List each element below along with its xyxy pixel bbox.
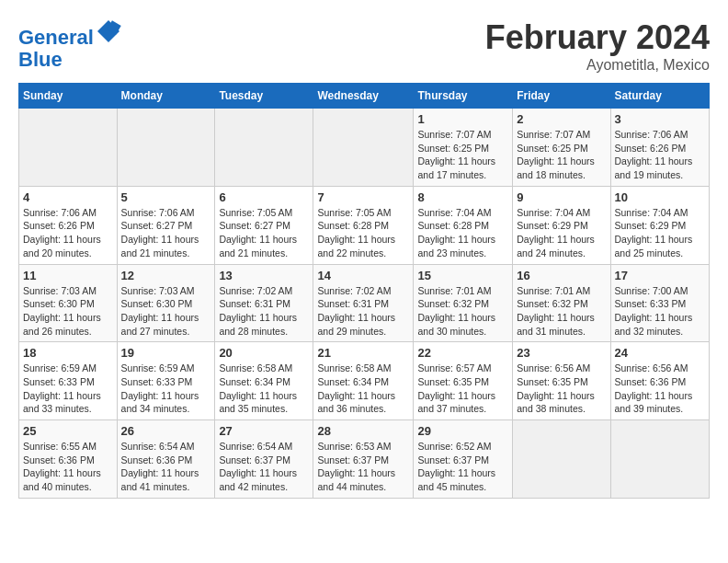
calendar-cell: 22Sunrise: 6:57 AMSunset: 6:35 PMDayligh… <box>414 342 513 420</box>
day-info: Sunrise: 6:57 AMSunset: 6:35 PMDaylight:… <box>417 362 508 416</box>
day-info: Sunrise: 7:00 AMSunset: 6:33 PMDaylight:… <box>615 284 705 339</box>
calendar-week-2: 4Sunrise: 7:06 AMSunset: 6:26 PMDaylight… <box>19 186 710 264</box>
day-number: 17 <box>615 269 705 282</box>
logo-icon <box>96 18 121 44</box>
calendar-cell: 21Sunrise: 6:58 AMSunset: 6:34 PMDayligh… <box>313 342 414 420</box>
day-info: Sunrise: 6:56 AMSunset: 6:36 PMDaylight:… <box>615 362 705 416</box>
calendar-cell: 13Sunrise: 7:02 AMSunset: 6:31 PMDayligh… <box>215 264 313 342</box>
calendar-cell: 3Sunrise: 7:06 AMSunset: 6:26 PMDaylight… <box>610 109 709 187</box>
calendar-cell: 27Sunrise: 6:54 AMSunset: 6:37 PMDayligh… <box>215 420 313 499</box>
calendar-cell <box>313 109 414 187</box>
day-info: Sunrise: 7:06 AMSunset: 6:27 PMDaylight:… <box>121 206 211 260</box>
day-info: Sunrise: 6:58 AMSunset: 6:34 PMDaylight:… <box>317 362 409 416</box>
weekday-header-thursday: Thursday <box>414 84 513 109</box>
calendar-cell: 16Sunrise: 7:01 AMSunset: 6:32 PMDayligh… <box>513 264 610 342</box>
calendar-cell: 23Sunrise: 6:56 AMSunset: 6:35 PMDayligh… <box>513 342 610 420</box>
calendar-cell: 25Sunrise: 6:55 AMSunset: 6:36 PMDayligh… <box>19 420 118 499</box>
calendar-cell: 1Sunrise: 7:07 AMSunset: 6:25 PMDaylight… <box>414 109 513 187</box>
calendar-cell: 10Sunrise: 7:04 AMSunset: 6:29 PMDayligh… <box>610 186 709 264</box>
calendar-cell: 6Sunrise: 7:05 AMSunset: 6:27 PMDaylight… <box>215 186 313 264</box>
day-info: Sunrise: 7:01 AMSunset: 6:32 PMDaylight:… <box>417 284 508 339</box>
day-info: Sunrise: 7:04 AMSunset: 6:28 PMDaylight:… <box>417 206 508 260</box>
day-info: Sunrise: 7:04 AMSunset: 6:29 PMDaylight:… <box>615 206 705 260</box>
calendar-cell: 18Sunrise: 6:59 AMSunset: 6:33 PMDayligh… <box>19 342 118 420</box>
day-number: 12 <box>121 269 211 282</box>
day-number: 27 <box>219 424 309 438</box>
day-number: 8 <box>417 190 508 204</box>
day-number: 14 <box>317 269 409 282</box>
day-number: 6 <box>219 190 309 204</box>
calendar-week-1: 1Sunrise: 7:07 AMSunset: 6:25 PMDaylight… <box>19 109 710 187</box>
logo: General Blue <box>18 18 121 71</box>
day-number: 16 <box>517 269 606 282</box>
weekday-header-monday: Monday <box>117 84 215 109</box>
logo-general: General <box>18 26 94 49</box>
day-number: 23 <box>517 346 606 360</box>
calendar-cell: 26Sunrise: 6:54 AMSunset: 6:36 PMDayligh… <box>117 420 215 499</box>
calendar-cell <box>215 109 313 187</box>
weekday-header-wednesday: Wednesday <box>313 84 414 109</box>
calendar-cell <box>117 109 215 187</box>
weekday-header-saturday: Saturday <box>610 84 709 109</box>
calendar-cell: 8Sunrise: 7:04 AMSunset: 6:28 PMDaylight… <box>414 186 513 264</box>
weekday-header-sunday: Sunday <box>19 84 118 109</box>
calendar-cell: 14Sunrise: 7:02 AMSunset: 6:31 PMDayligh… <box>313 264 414 342</box>
day-info: Sunrise: 7:03 AMSunset: 6:30 PMDaylight:… <box>121 284 211 339</box>
day-info: Sunrise: 7:03 AMSunset: 6:30 PMDaylight:… <box>23 284 113 339</box>
calendar-cell: 2Sunrise: 7:07 AMSunset: 6:25 PMDaylight… <box>513 109 610 187</box>
calendar-cell: 12Sunrise: 7:03 AMSunset: 6:30 PMDayligh… <box>117 264 215 342</box>
day-number: 10 <box>615 190 705 204</box>
calendar-week-4: 18Sunrise: 6:59 AMSunset: 6:33 PMDayligh… <box>19 342 710 420</box>
day-info: Sunrise: 6:58 AMSunset: 6:34 PMDaylight:… <box>219 362 309 416</box>
day-number: 21 <box>317 346 409 360</box>
day-number: 25 <box>23 424 113 438</box>
day-info: Sunrise: 6:54 AMSunset: 6:36 PMDaylight:… <box>121 440 211 494</box>
day-number: 24 <box>615 346 705 360</box>
calendar-cell: 4Sunrise: 7:06 AMSunset: 6:26 PMDaylight… <box>19 186 118 264</box>
day-number: 3 <box>615 112 705 126</box>
calendar-cell: 17Sunrise: 7:00 AMSunset: 6:33 PMDayligh… <box>610 264 709 342</box>
calendar-cell: 15Sunrise: 7:01 AMSunset: 6:32 PMDayligh… <box>414 264 513 342</box>
day-info: Sunrise: 7:02 AMSunset: 6:31 PMDaylight:… <box>317 284 409 339</box>
day-number: 2 <box>517 112 606 126</box>
day-number: 5 <box>121 190 211 204</box>
day-info: Sunrise: 6:59 AMSunset: 6:33 PMDaylight:… <box>121 362 211 416</box>
day-info: Sunrise: 7:07 AMSunset: 6:25 PMDaylight:… <box>517 128 606 182</box>
day-number: 19 <box>121 346 211 360</box>
day-number: 15 <box>417 269 508 282</box>
weekday-row: SundayMondayTuesdayWednesdayThursdayFrid… <box>19 84 710 109</box>
day-number: 18 <box>23 346 113 360</box>
logo-text: General Blue <box>18 18 121 71</box>
weekday-header-tuesday: Tuesday <box>215 84 313 109</box>
title-section: February 2024 Ayometitla, Mexico <box>485 18 710 74</box>
calendar-cell: 9Sunrise: 7:04 AMSunset: 6:29 PMDaylight… <box>513 186 610 264</box>
calendar-week-5: 25Sunrise: 6:55 AMSunset: 6:36 PMDayligh… <box>19 420 710 499</box>
day-info: Sunrise: 6:55 AMSunset: 6:36 PMDaylight:… <box>23 440 113 494</box>
calendar-header: SundayMondayTuesdayWednesdayThursdayFrid… <box>19 84 710 109</box>
calendar-body: 1Sunrise: 7:07 AMSunset: 6:25 PMDaylight… <box>19 109 710 499</box>
day-number: 28 <box>317 424 409 438</box>
day-number: 4 <box>23 190 113 204</box>
calendar-cell: 24Sunrise: 6:56 AMSunset: 6:36 PMDayligh… <box>610 342 709 420</box>
calendar-cell: 28Sunrise: 6:53 AMSunset: 6:37 PMDayligh… <box>313 420 414 499</box>
day-info: Sunrise: 6:52 AMSunset: 6:37 PMDaylight:… <box>417 440 508 494</box>
day-number: 11 <box>23 269 113 282</box>
calendar-cell: 11Sunrise: 7:03 AMSunset: 6:30 PMDayligh… <box>19 264 118 342</box>
day-info: Sunrise: 7:07 AMSunset: 6:25 PMDaylight:… <box>417 128 508 182</box>
month-title: February 2024 <box>485 18 710 57</box>
logo-blue: Blue <box>18 48 63 71</box>
calendar-cell: 29Sunrise: 6:52 AMSunset: 6:37 PMDayligh… <box>414 420 513 499</box>
calendar-cell <box>610 420 709 499</box>
calendar-cell: 5Sunrise: 7:06 AMSunset: 6:27 PMDaylight… <box>117 186 215 264</box>
calendar-week-3: 11Sunrise: 7:03 AMSunset: 6:30 PMDayligh… <box>19 264 710 342</box>
day-info: Sunrise: 6:56 AMSunset: 6:35 PMDaylight:… <box>517 362 606 416</box>
calendar-cell: 20Sunrise: 6:58 AMSunset: 6:34 PMDayligh… <box>215 342 313 420</box>
day-number: 13 <box>219 269 309 282</box>
day-number: 26 <box>121 424 211 438</box>
location: Ayometitla, Mexico <box>485 57 710 74</box>
day-info: Sunrise: 6:59 AMSunset: 6:33 PMDaylight:… <box>23 362 113 416</box>
day-number: 20 <box>219 346 309 360</box>
calendar-cell: 19Sunrise: 6:59 AMSunset: 6:33 PMDayligh… <box>117 342 215 420</box>
day-number: 7 <box>317 190 409 204</box>
calendar-cell: 7Sunrise: 7:05 AMSunset: 6:28 PMDaylight… <box>313 186 414 264</box>
